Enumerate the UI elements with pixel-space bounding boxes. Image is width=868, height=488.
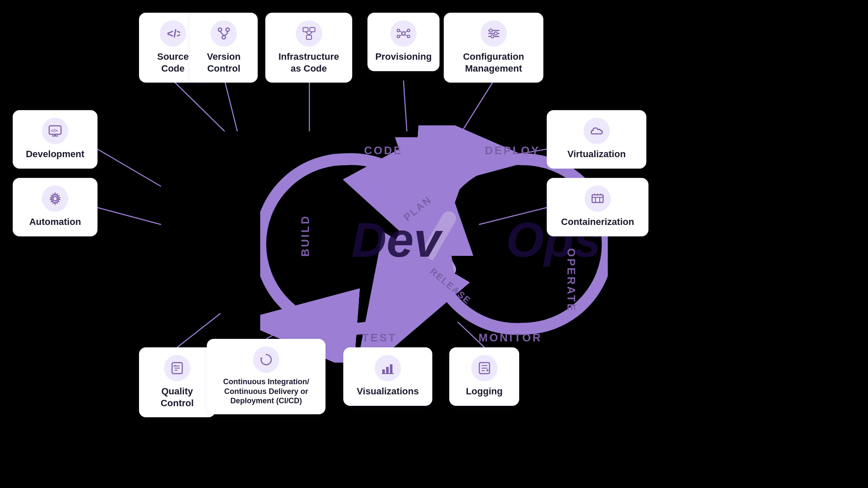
infra-as-code-label: Infrastructureas Code bbox=[278, 51, 339, 74]
svg-point-49 bbox=[491, 35, 494, 38]
svg-line-6 bbox=[97, 208, 161, 225]
svg-text:CODE: CODE bbox=[364, 144, 403, 157]
card-version-control: VersionControl bbox=[190, 13, 258, 83]
card-provisioning: Provisioning bbox=[367, 13, 440, 71]
svg-rect-55 bbox=[592, 195, 603, 202]
svg-rect-67 bbox=[382, 369, 385, 374]
logging-label: Logging bbox=[466, 385, 503, 397]
card-config-management: ConfigurationManagement bbox=[444, 13, 543, 83]
virtualization-label: Virtualization bbox=[568, 148, 626, 160]
gear-icon bbox=[42, 186, 68, 212]
diagram-icon bbox=[296, 20, 322, 47]
svg-point-54 bbox=[53, 197, 57, 201]
svg-text:DEPLOY: DEPLOY bbox=[485, 144, 540, 157]
svg-rect-30 bbox=[303, 28, 308, 32]
svg-text:MONITOR: MONITOR bbox=[479, 331, 542, 344]
card-ci-cd: Continuous Integration/Continuous Delive… bbox=[207, 339, 326, 414]
log-icon bbox=[471, 355, 498, 381]
card-infra-as-code: Infrastructureas Code bbox=[265, 13, 352, 83]
svg-point-37 bbox=[407, 29, 410, 32]
svg-line-42 bbox=[400, 35, 402, 36]
sliders-icon bbox=[481, 20, 507, 47]
svg-point-48 bbox=[494, 32, 497, 35]
card-containerization: Containerization bbox=[547, 178, 648, 236]
svg-point-47 bbox=[489, 29, 492, 32]
svg-point-26 bbox=[218, 28, 222, 31]
diagram-container: Dev Ops CODE BUILD TEST PLAN RELEASE DEP… bbox=[0, 0, 868, 488]
monitor-code-icon: </> bbox=[42, 118, 68, 144]
card-visualizations: Visualizations bbox=[343, 347, 432, 406]
svg-line-33 bbox=[306, 32, 309, 35]
svg-line-29 bbox=[220, 31, 224, 36]
svg-line-0 bbox=[173, 80, 225, 131]
chart-icon bbox=[375, 355, 401, 381]
checklist-icon bbox=[164, 355, 190, 381]
svg-rect-69 bbox=[390, 364, 392, 374]
provisioning-label: Provisioning bbox=[375, 51, 431, 63]
svg-text:</>: </> bbox=[167, 27, 180, 40]
card-automation: Automation bbox=[13, 178, 97, 236]
cycle-icon bbox=[253, 347, 279, 373]
svg-line-5 bbox=[97, 149, 161, 186]
automation-label: Automation bbox=[29, 216, 81, 228]
svg-line-40 bbox=[400, 31, 402, 32]
svg-point-36 bbox=[397, 29, 400, 32]
svg-line-1 bbox=[225, 80, 237, 131]
config-management-label: ConfigurationManagement bbox=[463, 51, 524, 74]
svg-text:OPERATE: OPERATE bbox=[565, 248, 578, 313]
svg-rect-31 bbox=[310, 28, 315, 32]
development-label: Development bbox=[26, 148, 84, 160]
svg-text:TEST: TEST bbox=[362, 331, 397, 344]
card-virtualization: Virtualization bbox=[547, 110, 646, 169]
svg-line-41 bbox=[405, 31, 407, 32]
svg-text:Dev: Dev bbox=[351, 213, 443, 267]
branch-icon bbox=[211, 20, 237, 47]
card-logging: Logging bbox=[449, 347, 519, 406]
svg-line-43 bbox=[405, 35, 407, 36]
containerization-label: Containerization bbox=[561, 216, 634, 228]
svg-text:</>: </> bbox=[51, 128, 58, 133]
quality-control-label: QualityControl bbox=[161, 385, 194, 409]
svg-point-27 bbox=[226, 28, 229, 31]
cloud-icon bbox=[584, 118, 610, 144]
ci-cd-label: Continuous Integration/Continuous Delive… bbox=[223, 377, 309, 406]
svg-line-3 bbox=[403, 80, 407, 131]
svg-point-39 bbox=[407, 35, 410, 38]
svg-rect-68 bbox=[386, 367, 389, 374]
card-quality-control: QualityControl bbox=[139, 347, 215, 417]
svg-line-34 bbox=[309, 32, 312, 35]
svg-point-38 bbox=[397, 35, 400, 38]
nodes-icon bbox=[390, 20, 417, 47]
svg-point-28 bbox=[222, 36, 225, 39]
code-icon: </> bbox=[160, 20, 186, 47]
visualizations-label: Visualizations bbox=[357, 385, 419, 397]
svg-point-35 bbox=[402, 32, 405, 35]
container-icon bbox=[584, 186, 611, 212]
version-control-label: VersionControl bbox=[207, 51, 240, 74]
svg-rect-32 bbox=[306, 35, 312, 39]
card-development: </> Development bbox=[13, 110, 97, 169]
svg-text:BUILD: BUILD bbox=[299, 215, 312, 257]
svg-line-4 bbox=[462, 80, 494, 131]
